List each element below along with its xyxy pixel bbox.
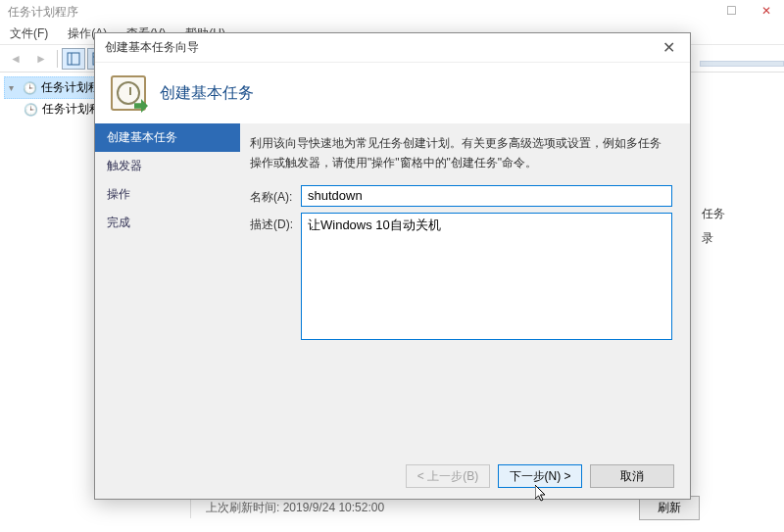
create-basic-task-wizard-dialog: 创建基本任务向导 ✕ 创建基本任务 创建基本任务 触发器 操作 完成 利用该向导… xyxy=(94,32,691,500)
last-refresh-label: 上次刷新时间: 2019/9/24 10:52:00 xyxy=(206,500,384,516)
header-strip xyxy=(700,61,784,67)
dialog-title: 创建基本任务向导 xyxy=(105,39,199,56)
nav-forward-button[interactable]: ► xyxy=(29,48,53,70)
desc-label: 描述(D): xyxy=(250,213,301,340)
maximize-button[interactable]: ☐ xyxy=(713,0,749,22)
panes-icon xyxy=(67,52,80,66)
main-title: 任务计划程序 xyxy=(8,4,78,21)
main-titlebar: 任务计划程序 ☐ ✕ xyxy=(0,0,784,24)
clock-icon: 🕒 xyxy=(23,81,37,95)
cancel-button[interactable]: 取消 xyxy=(590,464,674,488)
wizard-step-finish[interactable]: 完成 xyxy=(95,209,240,237)
right-link-1[interactable]: 任务 xyxy=(702,206,778,222)
dialog-titlebar[interactable]: 创建基本任务向导 ✕ xyxy=(95,33,690,63)
wizard-step-trigger[interactable]: 触发器 xyxy=(95,152,240,180)
desc-row: 描述(D): xyxy=(250,213,672,340)
task-clock-icon xyxy=(111,75,146,111)
wizard-steps-nav: 创建基本任务 触发器 操作 完成 xyxy=(95,123,240,454)
dialog-close-button[interactable]: ✕ xyxy=(649,34,688,62)
arrow-right-icon: ► xyxy=(35,52,47,66)
library-icon: 🕒 xyxy=(24,103,38,117)
close-button[interactable]: ✕ xyxy=(749,0,784,22)
menu-file[interactable]: 文件(F) xyxy=(4,24,54,44)
dialog-footer: < 上一步(B) 下一步(N) > 取消 xyxy=(95,454,690,499)
dialog-body: 创建基本任务 触发器 操作 完成 利用该向导快速地为常见任务创建计划。有关更多高… xyxy=(95,123,690,454)
window-controls: ☐ ✕ xyxy=(678,0,784,22)
toolbar-btn-1[interactable] xyxy=(62,48,85,70)
dialog-header: 创建基本任务 xyxy=(95,63,690,123)
name-row: 名称(A): xyxy=(250,185,672,207)
dialog-header-text: 创建基本任务 xyxy=(160,83,254,104)
minimize-button[interactable] xyxy=(678,0,713,22)
wizard-step-create[interactable]: 创建基本任务 xyxy=(95,123,240,152)
arrow-overlay-icon xyxy=(134,99,148,113)
arrow-left-icon: ◄ xyxy=(10,52,22,66)
intro-text: 利用该向导快速地为常见任务创建计划。有关更多高级选项或设置，例如多任务操作或触发… xyxy=(250,133,672,173)
close-icon: ✕ xyxy=(662,38,675,57)
svg-rect-0 xyxy=(68,53,79,65)
expand-icon[interactable]: ▾ xyxy=(9,82,19,93)
nav-back-button[interactable]: ◄ xyxy=(4,48,27,70)
right-link-2[interactable]: 录 xyxy=(702,230,778,247)
task-name-input[interactable] xyxy=(301,185,672,207)
name-label: 名称(A): xyxy=(250,185,301,207)
wizard-content: 利用该向导快速地为常见任务创建计划。有关更多高级选项或设置，例如多任务操作或触发… xyxy=(240,123,690,454)
back-button: < 上一步(B) xyxy=(406,464,490,488)
actions-panel: 任务 录 xyxy=(696,73,784,518)
toolbar-separator xyxy=(57,50,58,68)
next-button[interactable]: 下一步(N) > xyxy=(498,464,582,488)
task-description-input[interactable] xyxy=(301,213,672,340)
wizard-step-action[interactable]: 操作 xyxy=(95,180,240,209)
